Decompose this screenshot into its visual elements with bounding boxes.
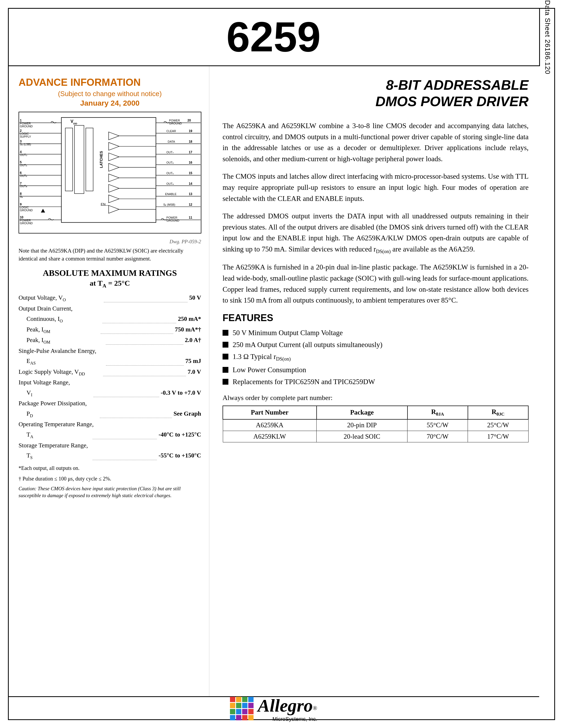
svg-text:GROUND: GROUND [20, 125, 33, 128]
svg-marker-56 [41, 209, 45, 213]
part-table: Part Number Package RθJA RθJC A6259KA 20… [222, 406, 529, 442]
rating-row: Output Drain Current, [19, 304, 201, 314]
ic-diagram: LATCHES DECODER LOGIC LATCHES [19, 112, 201, 233]
logo-registered: ® [313, 704, 318, 711]
side-label-text: Data Sheet 26186.120 [543, 0, 552, 74]
col-header-package: Package [317, 406, 408, 419]
rating-row: Storage Temperature Range, [19, 441, 201, 451]
svg-text:OUT₂: OUT₂ [20, 174, 27, 177]
footnote3: Caution: These CMOS devices have input s… [19, 485, 201, 499]
rating-row: VI -0.3 V to +7.0 V [19, 388, 201, 398]
svg-text:GROUND: GROUND [20, 209, 33, 212]
svg-text:15: 15 [189, 171, 192, 175]
feature-bullet [222, 342, 228, 348]
svg-text:S₂ (MSB): S₂ (MSB) [163, 203, 175, 206]
svg-text:OUT₅: OUT₅ [166, 172, 173, 175]
rating-row: Peak, IOM 750 mA*† [19, 325, 201, 335]
allegro-logo: Allegro® MicroSystems, Inc. [230, 695, 318, 722]
svg-text:GROUND: GROUND [166, 219, 179, 222]
rating-row: Peak, IOM 2.0 A† [19, 335, 201, 346]
svg-text:DATA: DATA [168, 140, 175, 143]
svg-text:OUT₆: OUT₆ [166, 161, 174, 164]
rating-row: PD See Graph [19, 409, 201, 419]
svg-rect-5 [86, 128, 93, 191]
logo-microsystems: MicroSystems, Inc. [258, 716, 318, 722]
feature-bullet [222, 354, 228, 359]
ratings-table: Output Voltage, VO 50 V Output Drain Cur… [19, 293, 201, 461]
svg-text:LATCHES: LATCHES [99, 151, 103, 168]
svg-text:OUT₃: OUT₃ [20, 185, 27, 188]
paragraph-4: The A6259KA is furnished in a 20-pin dua… [222, 262, 529, 306]
svg-rect-1 [65, 128, 73, 191]
svg-text:11: 11 [189, 216, 192, 219]
paragraph-3: The addressed DMOS output inverts the DA… [222, 211, 529, 255]
svg-text:ENABLE: ENABLE [165, 192, 176, 196]
svg-text:OUT₁: OUT₁ [20, 164, 27, 167]
footnote1: *Each output, all outputs on. [19, 464, 201, 472]
svg-text:EN: EN [101, 202, 105, 206]
svg-text:CLEAR: CLEAR [166, 129, 176, 133]
svg-text:13: 13 [189, 192, 192, 196]
order-note: Always order by complete part number: [222, 394, 529, 402]
svg-text:18: 18 [189, 140, 192, 143]
feature-item-4: Low Power Consumption [222, 366, 529, 374]
rating-row: EAS 75 mJ [19, 356, 201, 367]
main-title: 6259 [226, 12, 321, 61]
svg-text:12: 12 [189, 203, 192, 206]
feature-item-1: 50 V Minimum Output Clamp Voltage [222, 329, 529, 337]
col-header-part: Part Number [223, 406, 317, 419]
svg-text:S₁: S₁ [20, 195, 23, 198]
paragraph-1: The A6259KA and A6259KLW combine a 3-to-… [222, 120, 529, 165]
rating-row: TS -55°C to +150°C [19, 451, 201, 461]
rating-row: Package Power Dissipation, [19, 398, 201, 409]
feature-item-3: 1.3 Ω Typical rDS(on) [222, 353, 529, 362]
rating-row: Input Voltage Range, [19, 378, 201, 388]
svg-text:GROUND: GROUND [20, 222, 33, 225]
col-header-rthja: RθJA [408, 406, 468, 419]
product-title: 8-BIT ADDRESSABLE DMOS POWER DRIVER [222, 77, 529, 110]
feature-item-5: Replacements for TPIC6259N and TPIC6259D… [222, 378, 529, 386]
right-column: 8-BIT ADDRESSABLE DMOS POWER DRIVER The … [209, 66, 539, 696]
rating-row: Logic Supply Voltage, VDD 7.0 V [19, 367, 201, 378]
header-section: 6259 [8, 8, 539, 66]
svg-text:OUT₀: OUT₀ [20, 153, 27, 156]
advance-info-title: ADVANCE INFORMATION [19, 77, 201, 88]
svg-text:20: 20 [187, 119, 191, 122]
logo-text-group: Allegro® MicroSystems, Inc. [258, 695, 318, 722]
footer-section: Allegro® MicroSystems, Inc. [8, 696, 539, 720]
rating-row: Continuous, IO 250 mA* [19, 314, 201, 325]
paragraph-2: The CMOS inputs and latches allow direct… [222, 171, 529, 204]
feature-item-2: 250 mA Output Current (all outputs simul… [222, 341, 529, 349]
table-row-1: A6259KA 20-pin DIP 55°C/W 25°C/W [223, 419, 528, 431]
abs-max-subtitle: at TA = 25°C [19, 279, 201, 289]
logo-text: Allegro [258, 695, 313, 716]
date-notice: January 24, 2000 [19, 99, 201, 107]
feature-bullet [222, 379, 228, 385]
col-header-rthjc: RθJC [468, 406, 528, 419]
footnote2: † Pulse duration ≤ 100 μs, duty cycle ≤ … [19, 475, 201, 483]
svg-text:GROUND: GROUND [169, 122, 182, 125]
abs-max-title: ABSOLUTE MAXIMUM RATINGS [19, 268, 201, 278]
feature-bullet [222, 367, 228, 373]
side-label: Data Sheet 26186.120 [539, 8, 555, 66]
rating-row: Output Voltage, VO 50 V [19, 293, 201, 303]
svg-text:OUT₄: OUT₄ [166, 182, 174, 185]
dwg-note: Dwg. PP-059-2 [19, 239, 201, 245]
feature-bullet [222, 330, 228, 336]
rating-row: Operating Temperature Range, [19, 419, 201, 430]
svg-text:S₀ (LSB): S₀ (LSB) [20, 143, 31, 146]
svg-text:14: 14 [189, 182, 192, 186]
subject-notice: (Subject to change without notice) [19, 90, 201, 98]
table-row-2: A6259KLW 20-lead SOIC 70°C/W 17°C/W [223, 431, 528, 442]
svg-text:SUPPLY: SUPPLY [20, 135, 31, 138]
diagram-caption: Note that the A6259KA (DIP) and the A625… [19, 247, 201, 263]
logo-squares [230, 697, 253, 720]
svg-text:OUT₇: OUT₇ [166, 151, 173, 154]
rating-row: Single-Pulse Avalanche Energy, [19, 346, 201, 356]
features-title: FEATURES [222, 312, 529, 323]
content-area: ADVANCE INFORMATION (Subject to change w… [8, 66, 539, 696]
rating-row: TA -40°C to +125°C [19, 430, 201, 440]
svg-text:16: 16 [189, 161, 192, 164]
svg-text:17: 17 [189, 150, 192, 154]
svg-text:19: 19 [189, 129, 192, 133]
